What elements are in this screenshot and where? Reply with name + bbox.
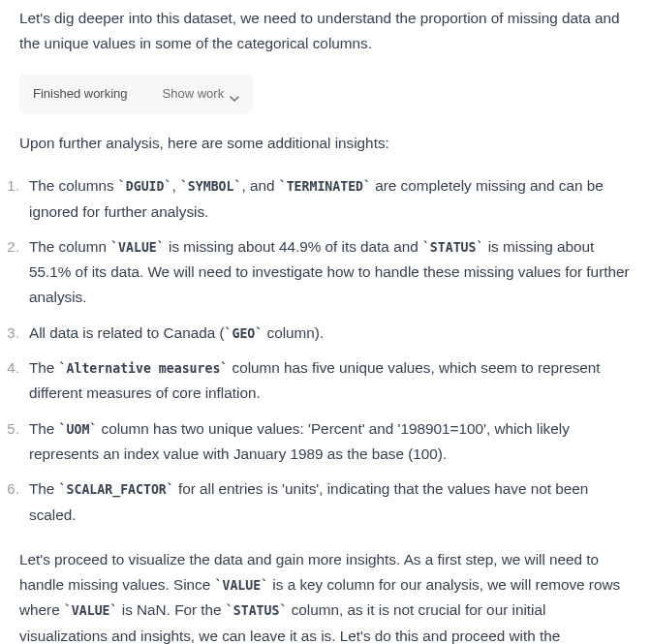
list-item: The columns `DGUID`, `SYMBOL`, and `TERM… [23,173,632,225]
text-run: , [171,177,180,194]
show-work-label: Show work [163,83,240,105]
finished-working-label: Finished working [33,83,128,105]
text-run: The column [29,238,110,255]
code-token: `VALUE` [215,578,269,593]
text-run: column has two unique values: 'Percent' … [29,420,570,462]
list-item: The `Alternative measures` column has fi… [23,355,632,407]
show-work-text: Show work [163,83,225,105]
text-run: is NaN. For the [118,601,226,618]
code-token: `GEO` [225,326,264,341]
list-item: The `SCALAR_FACTOR` for all entries is '… [23,476,632,528]
closing-paragraph: Let's proceed to visualize the data and … [19,547,632,644]
intro-paragraph: Let's dig deeper into this dataset, we n… [19,6,632,57]
text-run: column). [263,324,324,341]
text-run: The [29,480,59,497]
code-token: `DGUID` [118,179,172,194]
code-token: `SCALAR_FACTOR` [59,482,174,497]
show-work-toggle[interactable]: Finished working Show work [19,75,253,113]
code-token: `VALUE` [64,603,118,618]
summary-line: Upon further analysis, here are some add… [19,131,632,156]
code-token: `VALUE` [110,240,165,255]
list-item: The `UOM` column has two unique values: … [23,416,632,468]
text-run: All data is related to Canada ( [29,324,225,341]
code-token: `UOM` [59,422,98,437]
code-token: `STATUS` [226,603,288,618]
code-token: `TERMINATED` [279,179,371,194]
list-item: The column `VALUE` is missing about 44.9… [23,234,632,311]
insights-list: The columns `DGUID`, `SYMBOL`, and `TERM… [19,173,632,528]
text-run: , and [241,177,278,194]
code-token: `STATUS` [422,240,484,255]
text-run: is missing about 44.9% of its data and [165,238,422,255]
text-run: The [29,359,59,376]
chevron-down-icon [230,89,239,99]
text-run: The columns [29,177,118,194]
text-run: The [29,420,59,437]
list-item: All data is related to Canada (`GEO` col… [23,321,632,346]
code-token: `SYMBOL` [180,179,242,194]
code-token: `Alternative measures` [59,361,229,376]
